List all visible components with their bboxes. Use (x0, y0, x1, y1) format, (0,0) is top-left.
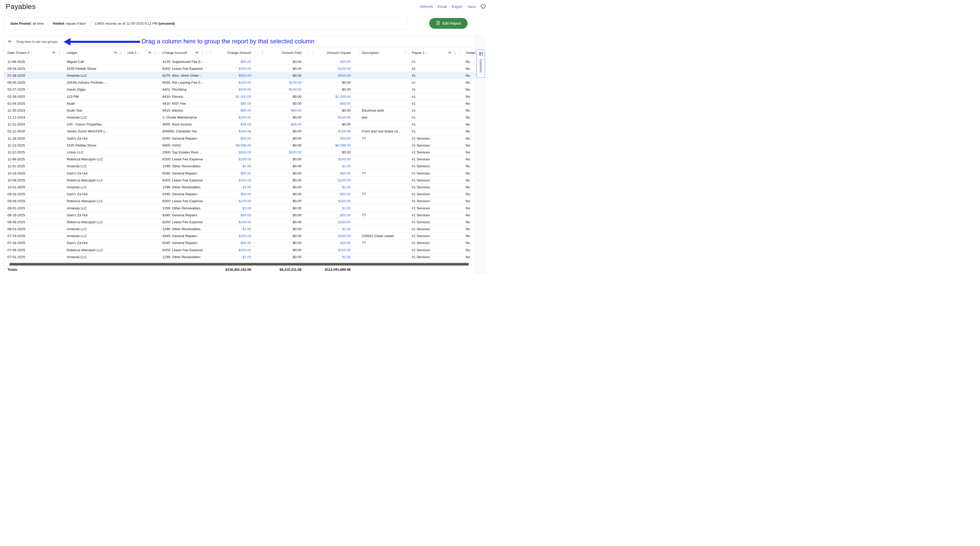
column-header-unpaid[interactable]: ⋮Amount Unpaid (309, 47, 359, 58)
table-row[interactable]: 11-01-2025Amanda LLC1299: Other Receivab… (4, 163, 476, 170)
table-row[interactable]: 09-01-2025Amanda LLC1299: Other Receivab… (4, 205, 476, 212)
table-row[interactable]: 08-01-2025Amanda LLC1299: Other Receivab… (4, 226, 476, 233)
column-menu-icon[interactable]: ⋮ (153, 51, 156, 55)
cell-charge[interactable]: $50.00 (206, 58, 258, 65)
cell-charge[interactable]: $1.00 (206, 205, 258, 212)
cell-unpaid[interactable]: $1.00 (309, 226, 359, 232)
cell-charge[interactable]: $50.00 (206, 240, 258, 246)
row-group-icon[interactable] (148, 51, 151, 54)
columns-panel-tab[interactable]: Columns (476, 49, 485, 78)
cell-unpaid[interactable]: $1.00 (309, 205, 359, 212)
table-row[interactable]: 07-28-2025Amanda LLC6270: Misc. Work Ord… (4, 72, 476, 79)
row-group-icon[interactable] (52, 51, 56, 54)
column-header-unit[interactable]: Unit 1↑⋮ (125, 47, 159, 58)
cell-unpaid[interactable]: $50.00 (309, 170, 359, 177)
cell-unpaid[interactable]: $500.00 (309, 72, 359, 79)
column-header-charge[interactable]: ⋮Charge Amount (206, 47, 258, 58)
cell-unpaid[interactable]: $100.00 (309, 177, 359, 183)
column-header-voided[interactable]: Voided (459, 47, 476, 58)
table-row[interactable]: 11-08-2025Rebecca Maruquin LLC6200: Leas… (4, 156, 476, 163)
row-group-icon[interactable] (114, 51, 117, 54)
table-row[interactable]: 09-04-20251535 Pebble Shore6200: Lease F… (4, 65, 476, 72)
cell-charge[interactable]: $1.00 (206, 226, 258, 232)
cell-unpaid[interactable]: $200.00 (309, 233, 359, 239)
column-menu-icon[interactable]: ⋮ (312, 51, 315, 55)
cell-charge[interactable]: $100.00 (206, 219, 258, 225)
edit-report-button[interactable]: Edit Report (429, 18, 468, 29)
table-row[interactable]: 10-01-2025Amanda LLC1299: Other Receivab… (4, 184, 476, 191)
table-row[interactable]: 07-08-2025Rebecca Maruquin LLC6200: Leas… (4, 247, 476, 253)
cell-paid[interactable]: $100.00 (258, 79, 309, 86)
cell-charge[interactable]: $100.00 (206, 86, 258, 93)
cell-charge[interactable]: $500.00 (206, 149, 258, 156)
cell-charge[interactable]: $100.00 (206, 65, 258, 72)
cell-charge[interactable]: $65.00 (206, 100, 258, 107)
save-link[interactable]: Save (468, 5, 476, 9)
cell-paid[interactable]: $90.00 (258, 107, 309, 114)
cell-unpaid[interactable]: $50.00 (309, 135, 359, 142)
cell-charge[interactable]: $500.00 (206, 72, 258, 79)
cell-charge[interactable]: $100.00 (206, 79, 258, 86)
column-header-payee[interactable]: Payee 2↑⋮ (409, 47, 459, 58)
cell-charge[interactable]: $1,000.00 (206, 93, 258, 100)
cell-unpaid[interactable]: $100.00 (309, 65, 359, 72)
column-header-date[interactable]: Date Posted 3↓⋮ (4, 47, 64, 58)
column-header-paid[interactable]: ⋮Amount Paid (258, 47, 309, 58)
table-row[interactable]: 06-05-2025(NEW) Adrians Portfolio ...655… (4, 79, 476, 86)
table-row[interactable]: 02-11-2019James Suren MASTER L...600000:… (4, 128, 476, 135)
table-row[interactable]: 07-01-2025Amanda LLC1299: Other Receivab… (4, 253, 476, 260)
column-menu-icon[interactable]: ⋮ (58, 51, 61, 55)
cell-charge[interactable]: $100.00 (206, 177, 258, 183)
cell-unpaid[interactable]: $1.00 (309, 253, 359, 260)
cell-unpaid[interactable]: $6,598.00 (309, 142, 359, 148)
row-group-icon[interactable] (195, 51, 198, 54)
table-row[interactable]: 01-04-2025Noah4410: NSF Fee$65.00$0.00$6… (4, 100, 476, 107)
cell-charge[interactable]: $100.00 (206, 247, 258, 253)
table-row[interactable]: 07-29-2025Amanda LLC6345: General Repair… (4, 233, 476, 240)
cell-unpaid[interactable]: $1,000.00 (309, 93, 359, 100)
email-link[interactable]: Email (438, 5, 447, 9)
cell-charge[interactable]: $200.00 (206, 233, 258, 239)
cell-unpaid[interactable]: $50.00 (309, 191, 359, 197)
table-row[interactable]: 10-08-2025Rebecca Maruquin LLC6200: Leas… (4, 177, 476, 184)
column-header-ledger[interactable]: Ledger⋮ (64, 47, 125, 58)
table-row[interactable]: 11-12-2025Linton LLC2000: Top Estates Re… (4, 149, 476, 156)
horizontal-scrollbar-track[interactable] (4, 263, 476, 266)
cell-unpaid[interactable]: $50.00 (309, 240, 359, 246)
table-row[interactable]: 09-18-2025Sam's Za Hut6345: General Repa… (4, 191, 476, 198)
table-row[interactable]: 03-27-2025Aaron Ziggo6401: Plumbing$100.… (4, 86, 476, 93)
column-menu-icon[interactable]: ⋮ (209, 51, 212, 55)
table-row[interactable]: 12-30-2024Noah Test6410: Electric$90.00$… (4, 107, 476, 114)
column-header-account[interactable]: Charge Account⋮ (159, 47, 206, 58)
table-row[interactable]: 11-06-2025Miguel Call4130: Suppressed Fe… (4, 58, 476, 65)
row-group-drop-zone[interactable]: Drag here to set row groups Drag a colum… (4, 36, 486, 47)
cell-charge[interactable]: $154.06 (206, 128, 258, 135)
table-row[interactable]: 02-26-2025123 PM6410: Electric$1,000.00$… (4, 93, 476, 100)
cell-unpaid[interactable]: $50.00 (309, 58, 359, 65)
cell-unpaid[interactable]: $100.00 (309, 198, 359, 204)
cell-paid[interactable]: $100.00 (258, 86, 309, 93)
table-row[interactable]: 11-21-2024100 - A'aron Properties4000: R… (4, 121, 476, 128)
cell-unpaid[interactable]: $100.00 (309, 219, 359, 225)
column-header-desc[interactable]: Description⋮ (359, 47, 409, 58)
cell-charge[interactable]: $1.00 (206, 184, 258, 190)
cell-charge[interactable]: $6,598.00 (206, 142, 258, 148)
cell-charge[interactable]: $50.00 (206, 191, 258, 197)
cell-unpaid[interactable]: $100.00 (309, 156, 359, 163)
cell-charge[interactable]: $90.00 (206, 107, 258, 114)
cell-unpaid[interactable]: $100.00 (309, 247, 359, 253)
refresh-link[interactable]: Refresh (420, 5, 433, 9)
column-menu-icon[interactable]: ⋮ (119, 51, 123, 55)
table-row[interactable]: 08-08-2025Rebecca Maruquin LLC6200: Leas… (4, 219, 476, 226)
cell-charge[interactable]: $45.00 (206, 121, 258, 128)
cell-charge[interactable]: $1.00 (206, 253, 258, 260)
table-row[interactable]: 11-18-2025Sam's Za Hut6345: General Repa… (4, 135, 476, 142)
table-row[interactable]: 08-18-2025Sam's Za Hut6345: General Repa… (4, 212, 476, 219)
cell-charge[interactable]: $100.00 (206, 114, 258, 121)
cell-charge[interactable]: $50.00 (206, 135, 258, 142)
table-row[interactable]: 12-12-2024Amanda LLC2: Onsite Maintenanc… (4, 114, 476, 121)
cell-paid[interactable]: $50.00 (258, 260, 309, 263)
column-menu-icon[interactable]: ⋮ (404, 51, 407, 55)
cell-charge[interactable]: $1.00 (206, 163, 258, 170)
column-menu-icon[interactable]: ⋮ (200, 51, 204, 55)
